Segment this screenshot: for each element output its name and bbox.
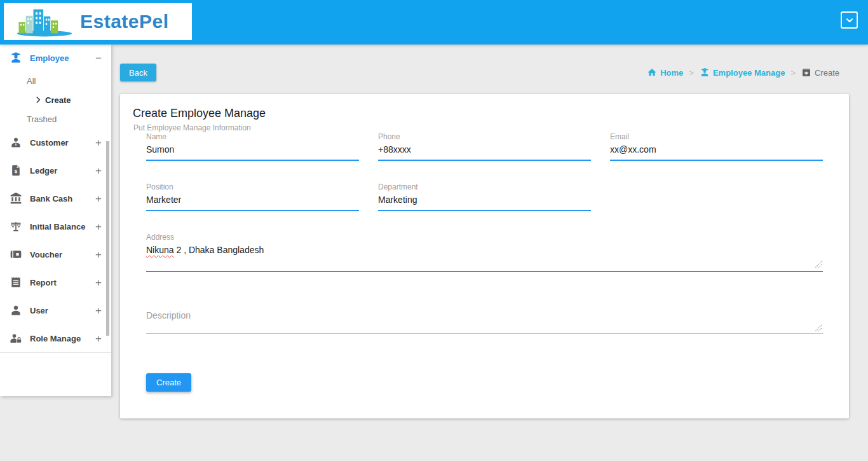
phone-input[interactable] (378, 141, 591, 161)
sidebar-item-bank-cash[interactable]: Bank Cash + (0, 184, 111, 212)
employee-form: Name Phone Email Position (146, 132, 823, 392)
sidebar-item-label: Ledger (30, 166, 95, 175)
page-subtitle: Put Employee Manage Information (133, 123, 849, 132)
breadcrumb-separator: > (790, 68, 796, 78)
breadcrumb: Home > Employee Manage > Create (647, 67, 849, 78)
header-dropdown-button[interactable] (841, 11, 858, 29)
sidebar-item-user[interactable]: User + (0, 296, 111, 324)
description-textarea[interactable] (146, 309, 823, 334)
breadcrumb-label: Employee Manage (713, 68, 785, 78)
expand-toggle[interactable]: + (95, 277, 102, 288)
sidebar-item-initial-balance[interactable]: Initial Balance + (0, 212, 111, 240)
sidebar-item-role-manage[interactable]: Role Manage + (0, 324, 111, 352)
home-icon (647, 67, 657, 78)
department-input[interactable] (378, 191, 591, 211)
position-input[interactable] (146, 191, 359, 211)
sidebar-item-employee[interactable]: Employee − (0, 45, 111, 71)
page-title: Create Employee Manage (133, 107, 849, 120)
position-field-group: Position (146, 182, 359, 211)
name-field-group: Name (146, 132, 359, 161)
description-field-group (146, 309, 823, 334)
breadcrumb-employee-manage[interactable]: Employee Manage (700, 67, 785, 78)
chevron-down-icon (844, 15, 855, 25)
row2-spacer (610, 182, 823, 211)
sidebar-menu: Employee − All Create Trashed (0, 45, 111, 353)
logo[interactable]: EstatePel (4, 3, 192, 40)
sidebar-item-label: Report (30, 278, 95, 287)
phone-label: Phone (378, 132, 591, 141)
top-header-bar: EstatePel (0, 0, 868, 45)
back-button[interactable]: Back (120, 64, 156, 81)
resize-handle-icon[interactable] (815, 261, 822, 268)
sidebar-item-label: Customer (30, 138, 95, 148)
sidebar-item-customer[interactable]: Customer + (0, 128, 111, 156)
main-content: Back Home > Employee Manage (120, 45, 849, 418)
subitem-label: All (27, 76, 36, 86)
breadcrumb-home[interactable]: Home (647, 67, 683, 78)
expand-toggle[interactable]: + (95, 221, 102, 232)
role-manage-icon (10, 332, 22, 345)
sidebar-item-voucher[interactable]: Voucher + (0, 240, 111, 268)
subitem-label: Create (45, 95, 71, 105)
expand-toggle[interactable]: + (95, 193, 102, 204)
sidebar: Employee − All Create Trashed (0, 45, 111, 396)
collapse-toggle[interactable]: − (95, 53, 102, 64)
report-icon (10, 276, 22, 289)
email-label: Email (610, 132, 823, 141)
address-field-group: Address Nikuna 2 , Dhaka Bangladesh (146, 233, 823, 272)
sidebar-item-report[interactable]: Report + (0, 268, 111, 296)
customer-icon (10, 136, 22, 149)
expand-toggle[interactable]: + (95, 305, 102, 316)
address-text: 2 , Dhaka Bangladesh (174, 245, 264, 255)
user-icon (10, 304, 22, 317)
position-label: Position (146, 182, 359, 191)
ledger-icon: $ (10, 164, 22, 177)
name-label: Name (146, 132, 359, 141)
sidebar-subitem-create[interactable]: Create (0, 90, 111, 109)
expand-toggle[interactable]: + (95, 137, 102, 148)
sidebar-subitem-all[interactable]: All (0, 71, 111, 90)
sidebar-item-label: Role Manage (30, 334, 95, 343)
breadcrumb-label: Create (815, 68, 839, 78)
department-label: Department (378, 182, 591, 191)
form-row-2: Position Department (146, 182, 823, 211)
phone-field-group: Phone (378, 132, 591, 161)
address-label: Address (146, 233, 823, 242)
sidebar-scrollbar-thumb[interactable] (106, 141, 109, 336)
subitem-label: Trashed (27, 114, 57, 124)
expand-toggle[interactable]: + (95, 333, 102, 344)
email-input[interactable] (610, 141, 823, 161)
employee-icon (700, 67, 710, 78)
address-textarea[interactable]: Nikuna 2 , Dhaka Bangladesh (146, 242, 823, 272)
breadcrumb-separator: > (689, 68, 694, 78)
sidebar-item-label: Initial Balance (30, 222, 95, 231)
name-input[interactable] (146, 141, 359, 161)
sidebar-item-label: Employee (30, 53, 95, 63)
voucher-icon (10, 248, 22, 261)
content-topbar: Back Home > Employee Manage (120, 64, 849, 81)
email-field-group: Email (610, 132, 823, 161)
department-field-group: Department (378, 182, 591, 211)
breadcrumb-create: Create (801, 67, 839, 78)
sidebar-item-label: Voucher (30, 250, 95, 259)
archive-icon (801, 67, 811, 78)
breadcrumb-label: Home (660, 68, 683, 78)
chevron-right-icon (34, 95, 43, 104)
form-card: Create Employee Manage Put Employee Mana… (120, 94, 849, 418)
form-row-1: Name Phone Email (146, 132, 823, 161)
sidebar-item-ledger[interactable]: $ Ledger + (0, 156, 111, 184)
buildings-icon (15, 6, 74, 38)
app-window: EstatePel Employee − (0, 0, 868, 461)
create-button[interactable]: Create (146, 373, 191, 392)
sidebar-item-label: User (30, 306, 95, 315)
resize-handle-icon[interactable] (815, 324, 822, 332)
expand-toggle[interactable]: + (95, 249, 102, 260)
misspelled-word: Nikuna (146, 245, 174, 255)
employee-icon (10, 52, 22, 64)
brand-name: EstatePel (80, 11, 169, 32)
expand-toggle[interactable]: + (95, 165, 102, 176)
bank-icon (10, 192, 22, 205)
balance-scale-icon (10, 220, 22, 233)
sidebar-subitem-trashed[interactable]: Trashed (0, 109, 111, 128)
sidebar-item-label: Bank Cash (30, 194, 95, 203)
